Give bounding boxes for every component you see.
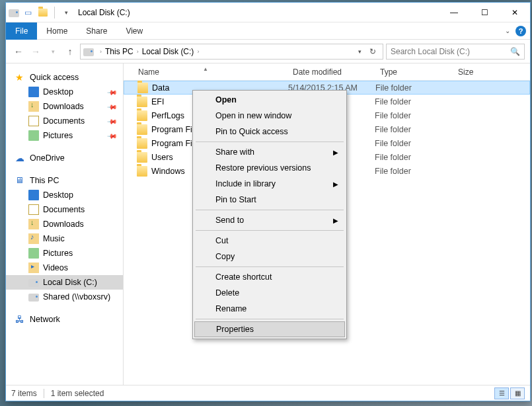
tab-view[interactable]: View	[116, 22, 152, 40]
folder-icon	[137, 97, 147, 107]
nav-label: Music	[43, 234, 65, 243]
ctx-share-with[interactable]: Share with▶	[194, 144, 345, 160]
refresh-icon[interactable]: ↻	[365, 47, 380, 56]
nav-pc-videos[interactable]: Videos	[6, 261, 123, 275]
ctx-cut[interactable]: Cut	[194, 233, 345, 249]
qat-properties-icon[interactable]: ▭	[21, 6, 34, 19]
nav-forward-button[interactable]: →	[28, 44, 43, 59]
pc-icon: 🖥	[15, 175, 26, 186]
nav-desktop[interactable]: Desktop📌	[6, 85, 123, 99]
file-type: File folder	[375, 139, 453, 148]
file-name: Users	[151, 153, 173, 162]
status-selected-count: 1 item selected	[51, 389, 104, 398]
tab-home[interactable]: Home	[37, 22, 77, 40]
nav-pc-downloads[interactable]: Downloads	[6, 217, 123, 231]
file-name: PerfLogs	[151, 111, 184, 120]
window-title: Local Disk (C:)	[73, 8, 439, 17]
ctx-open-new-window[interactable]: Open in new window	[194, 108, 345, 124]
nav-label: Network	[30, 315, 60, 324]
nav-recent-dropdown[interactable]: ▾	[46, 44, 60, 59]
nav-thispc[interactable]: 🖥This PC	[6, 173, 123, 188]
nav-label: Desktop	[43, 87, 73, 97]
nav-label: This PC	[30, 176, 59, 185]
ctx-send-to[interactable]: Send to▶	[194, 212, 345, 228]
nav-pc-desktop[interactable]: Desktop	[6, 188, 123, 202]
breadcrumb-root[interactable]: This PC	[105, 47, 133, 56]
breadcrumb-leaf[interactable]: Local Disk (C:)	[142, 47, 194, 56]
file-type: File folder	[375, 153, 453, 162]
nav-downloads[interactable]: Downloads📌	[6, 99, 123, 114]
nav-pc-pictures[interactable]: Pictures	[6, 246, 123, 261]
desktop-icon	[28, 87, 39, 97]
ctx-properties[interactable]: Properties	[194, 321, 345, 337]
search-placeholder: Search Local Disk (C:)	[391, 47, 470, 56]
downloads-icon	[28, 219, 39, 229]
file-type: File folder	[375, 83, 453, 93]
nav-documents[interactable]: Documents📌	[6, 114, 123, 128]
nav-pc-documents[interactable]: Documents	[6, 202, 123, 217]
nav-onedrive[interactable]: ☁OneDrive	[6, 151, 123, 165]
ctx-separator	[196, 266, 344, 267]
window-icon	[9, 9, 19, 17]
pictures-icon	[28, 248, 39, 259]
maximize-button[interactable]: ☐	[469, 3, 500, 22]
ribbon-expand-icon[interactable]: ⌄	[505, 27, 510, 34]
view-thumbnails-button[interactable]: ▦	[510, 387, 525, 399]
nav-pictures[interactable]: Pictures📌	[6, 128, 123, 143]
folder-icon	[137, 124, 147, 135]
ctx-restore-versions[interactable]: Restore previous versions	[194, 160, 345, 176]
ctx-separator	[196, 230, 344, 231]
ctx-rename[interactable]: Rename	[194, 301, 345, 317]
minimize-button[interactable]: —	[439, 3, 469, 22]
nav-localdisk[interactable]: Local Disk (C:)	[6, 275, 123, 290]
ctx-include-library[interactable]: Include in library▶	[194, 176, 345, 192]
folder-icon	[137, 152, 147, 163]
ctx-separator	[196, 210, 344, 210]
qat-newfolder-icon[interactable]	[36, 6, 50, 19]
sort-asc-icon: ▲	[203, 66, 208, 72]
file-name: EFI	[151, 97, 164, 106]
chevron-right-icon[interactable]: ›	[135, 48, 141, 55]
ctx-create-shortcut[interactable]: Create shortcut	[194, 269, 345, 285]
nav-label: Pictures	[43, 131, 73, 140]
close-button[interactable]: ✕	[500, 3, 530, 22]
ctx-delete[interactable]: Delete	[194, 285, 345, 301]
nav-shared[interactable]: Shared (\\vboxsrv)	[6, 290, 123, 304]
view-details-button[interactable]: ☰	[494, 387, 509, 399]
col-size[interactable]: Size	[453, 67, 506, 77]
breadcrumb-dropdown-icon[interactable]: ▾	[356, 48, 364, 55]
tab-file[interactable]: File	[6, 22, 37, 40]
breadcrumb[interactable]: › This PC › Local Disk (C:) › ▾ ↻	[80, 44, 383, 60]
chevron-right-icon[interactable]: ›	[195, 48, 201, 55]
nav-label: Local Disk (C:)	[43, 278, 97, 287]
nav-back-button[interactable]: ←	[11, 44, 26, 59]
nav-quick-access[interactable]: ★Quick access	[6, 70, 123, 85]
context-menu: Open Open in new window Pin to Quick acc…	[192, 90, 347, 339]
nav-label: Shared (\\vboxsrv)	[43, 292, 110, 302]
ctx-pin-quick-access[interactable]: Pin to Quick access	[194, 124, 345, 140]
nav-network[interactable]: 🖧Network	[6, 312, 123, 327]
nav-label: Documents	[43, 205, 85, 214]
titlebar[interactable]: ▭ ▾ Local Disk (C:) — ☐ ✕	[6, 3, 530, 22]
chevron-right-icon[interactable]: ›	[98, 48, 104, 55]
col-name[interactable]: Name▲	[124, 67, 287, 77]
nav-pc-music[interactable]: Music	[6, 231, 123, 246]
qat-dropdown-icon[interactable]: ▾	[59, 6, 73, 19]
network-drive-icon	[28, 294, 39, 302]
tab-share[interactable]: Share	[77, 22, 116, 40]
ribbon: File Home Share View ⌄ ?	[6, 22, 530, 40]
documents-icon	[28, 116, 39, 126]
nav-up-button[interactable]: ↑	[63, 44, 77, 59]
ctx-open[interactable]: Open	[194, 92, 345, 108]
col-type[interactable]: Type	[375, 67, 453, 77]
file-name: Windows	[151, 167, 185, 176]
search-input[interactable]: Search Local Disk (C:) 🔍	[386, 44, 525, 60]
col-date[interactable]: Date modified	[287, 67, 375, 77]
search-icon[interactable]: 🔍	[510, 47, 520, 56]
nav-label: Quick access	[30, 73, 79, 82]
ctx-copy[interactable]: Copy	[194, 249, 345, 264]
help-icon[interactable]: ?	[515, 26, 526, 36]
ctx-pin-start[interactable]: Pin to Start	[194, 192, 345, 208]
file-type: File folder	[375, 125, 453, 134]
onedrive-icon: ☁	[15, 153, 26, 163]
